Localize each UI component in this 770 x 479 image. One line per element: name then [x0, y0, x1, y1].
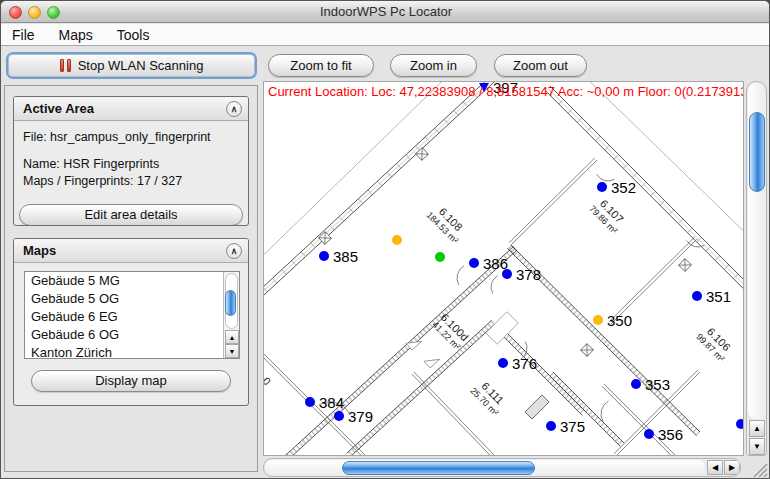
marker-label: 384 [319, 394, 344, 411]
marker-label: 353 [645, 376, 670, 393]
collapse-chevron-icon[interactable]: ∧ [226, 101, 242, 117]
map-marker-376[interactable]: 376 [498, 355, 537, 372]
menu-item-file[interactable]: File [12, 27, 35, 43]
stop-wlan-scanning-label: Stop WLAN Scanning [78, 58, 204, 73]
marker-label: 352 [611, 179, 636, 196]
scroll-down-icon[interactable]: ▼ [225, 344, 239, 358]
maps-list-item[interactable]: Gebäude 6 OG [25, 326, 239, 344]
map-canvas[interactable]: Current Location: Loc: 47,22383908 / 8,8… [263, 81, 744, 456]
active-area-file: File: hsr_campus_only_fingerprint [14, 130, 248, 144]
map-marker-350[interactable]: 350 [593, 312, 632, 329]
zoom-out-button[interactable]: Zoom out [494, 54, 587, 77]
sidebar: Active Area ∧ File: hsr_campus_only_fing… [4, 85, 258, 472]
map-marker-352[interactable]: 352 [597, 179, 636, 196]
maps-panel-header: Maps ∧ [14, 239, 248, 263]
scroll-up-icon[interactable]: ▲ [225, 330, 239, 344]
zoom-in-button[interactable]: Zoom in [390, 54, 477, 77]
active-area-name: Name: HSR Fingerprints [14, 157, 248, 171]
map-marker-386[interactable]: 386 [469, 255, 508, 272]
maps-panel-title: Maps [23, 243, 56, 258]
maps-list-item[interactable]: Gebäude 5 MG [25, 272, 239, 290]
marker-label: 350 [607, 312, 632, 329]
maps-list[interactable]: Gebäude 5 MGGebäude 5 OGGebäude 6 EGGebä… [24, 271, 240, 359]
collapse-chevron-icon[interactable]: ∧ [226, 243, 242, 259]
menu-item-maps[interactable]: Maps [59, 27, 93, 43]
map-marker[interactable] [392, 235, 402, 245]
current-location-status: Current Location: Loc: 47,22383908 / 8,8… [268, 84, 744, 99]
room-label-0: 0m² [264, 373, 275, 397]
maps-list-scrollbar[interactable]: ▲ ▼ [223, 272, 239, 358]
scroll-left-icon[interactable]: ◀ [707, 460, 723, 475]
map-marker[interactable] [736, 419, 744, 429]
marker-label: 375 [560, 418, 585, 435]
pause-icon [60, 59, 71, 72]
maps-list-item[interactable]: Kanton Zürich [25, 344, 239, 359]
marker-label: 386 [483, 255, 508, 272]
scroll-right-icon[interactable]: ▶ [724, 460, 740, 475]
scroll-up-icon[interactable]: ▲ [749, 420, 765, 437]
svg-text:0: 0 [264, 375, 273, 388]
window-title: IndoorWPS Pc Locator [1, 4, 770, 19]
vertical-scrollbar[interactable]: ▲ ▼ [746, 81, 767, 456]
room-label-6.106: 6.10699.87 m² [694, 322, 735, 363]
map-marker-375[interactable]: 375 [546, 418, 585, 435]
menu-bar: FileMapsTools [1, 24, 770, 46]
marker-label: 351 [706, 288, 731, 305]
map-marker-353[interactable]: 353 [631, 376, 670, 393]
active-area-fingerprints: Maps / Fingerprints: 17 / 327 [14, 174, 248, 188]
scrollbar-thumb[interactable] [749, 112, 765, 192]
room-label-6.111: 6.11125.70 m² [468, 376, 509, 417]
app-window: IndoorWPS Pc Locator FileMapsTools Stop … [0, 0, 770, 479]
scrollbar-thumb[interactable] [342, 461, 535, 475]
map-marker-385[interactable]: 385 [319, 248, 358, 265]
maps-panel: Maps ∧ Gebäude 5 MGGebäude 5 OGGebäude 6… [13, 238, 249, 406]
active-area-title: Active Area [23, 101, 94, 116]
room-label-6.108: 6.108184.53 m² [424, 201, 469, 246]
map-marker-384[interactable]: 384 [305, 394, 344, 411]
active-area-panel: Active Area ∧ File: hsr_campus_only_fing… [13, 96, 249, 226]
zoom-to-fit-button[interactable]: Zoom to fit [268, 54, 374, 77]
horizontal-scrollbar[interactable]: ◀ ▶ [263, 458, 741, 477]
marker-label: 378 [516, 266, 541, 283]
title-bar[interactable]: IndoorWPS Pc Locator [1, 1, 770, 23]
marker-label: 356 [658, 426, 683, 443]
menu-item-tools[interactable]: Tools [117, 27, 150, 43]
marker-label: 379 [348, 408, 373, 425]
map-marker[interactable] [435, 252, 445, 262]
map-marker-356[interactable]: 356 [644, 426, 683, 443]
resize-grip[interactable] [748, 458, 768, 478]
scroll-down-icon[interactable]: ▼ [749, 438, 765, 455]
display-map-button[interactable]: Display map [31, 370, 231, 392]
floorplan-svg: 6.108184.53 m²6.10779.86 m²6.100d41.22 m… [264, 82, 744, 456]
scrollbar-thumb[interactable] [225, 290, 236, 316]
marker-label: 385 [333, 248, 358, 265]
marker-label: 376 [512, 355, 537, 372]
maps-list-item[interactable]: Gebäude 5 OG [25, 290, 239, 308]
active-area-header: Active Area ∧ [14, 97, 248, 121]
maps-list-item[interactable]: Gebäude 6 EG [25, 308, 239, 326]
stop-wlan-scanning-button[interactable]: Stop WLAN Scanning [6, 52, 257, 79]
edit-area-details-button[interactable]: Edit area details [19, 204, 243, 226]
map-marker-351[interactable]: 351 [692, 288, 731, 305]
room-label-6.107: 6.10779.86 m² [587, 194, 628, 235]
